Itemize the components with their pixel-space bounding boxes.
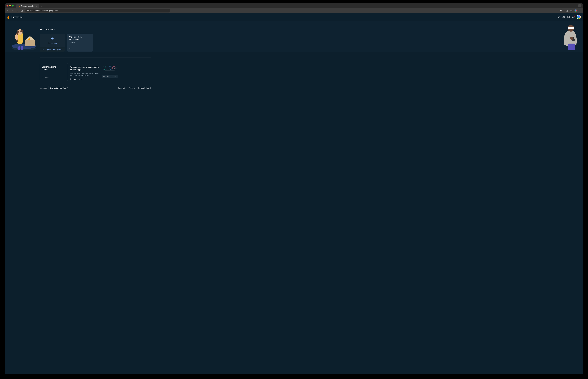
account-avatar[interactable] [577,15,581,19]
lightbulb-icon [70,79,71,80]
browser-tab-active[interactable]: Firebase console ✕ [16,4,39,8]
external-link-icon [81,79,82,80]
firebase-console-app: Firebase [5,13,583,374]
notifications-button[interactable] [571,15,576,19]
svg-point-8 [580,10,580,11]
fullscreen-window-button[interactable] [12,5,14,6]
hero-illustration-left [8,24,37,51]
support-link-label: Support [118,87,124,89]
settings-icon [107,75,109,78]
firebase-logo[interactable]: Firebase [7,15,23,19]
ios-ring-icon: iOS+ [108,66,111,70]
labs-button[interactable] [565,9,569,13]
address-bar[interactable]: https://console.firebase.google.com/ [25,9,170,13]
url-text: https://console.firebase.google.com/ [30,10,58,12]
svg-rect-32 [104,76,104,77]
recent-projects-title: Recent projects [40,28,151,31]
add-project-card: Add project Explore a demo project [40,34,65,51]
svg-point-0 [27,10,28,11]
explore-demo-platforms: iOS+ [42,77,63,79]
cloud-icon [114,75,116,78]
analytics-icon [103,75,105,78]
chevron-down-icon [72,87,74,89]
back-button[interactable] [6,9,10,13]
web-platform-icon [69,48,71,50]
learn-more-link[interactable]: Learn more [70,78,99,80]
external-link-icon [149,87,151,89]
svg-rect-18 [21,46,23,50]
new-tab-button[interactable]: + [40,5,44,8]
project-id: crx-push [69,41,91,43]
language-select[interactable]: English (United States) [48,86,75,90]
forward-button[interactable] [11,9,14,13]
side-panel-button[interactable] [570,9,573,13]
explore-demo-card-title: Explore a demo project [42,66,63,77]
svg-rect-30 [103,76,104,77]
explore-demo-label: Explore a demo project [46,48,62,50]
plus-icon [51,37,54,40]
add-project-button[interactable]: Add project [40,34,65,47]
svg-point-9 [580,11,580,11]
chrome-menu-button[interactable] [578,9,582,13]
explore-demo-card[interactable]: Explore a demo project iOS+ [40,63,65,81]
svg-point-35 [112,76,112,76]
home-button[interactable] [20,9,24,13]
explore-demo-link[interactable]: Explore a demo project [40,47,65,51]
android-ring-icon [104,66,107,70]
learn-more-label: Learn more [72,78,80,80]
privacy-link[interactable]: Privacy Policy [138,87,151,89]
android-icon [42,77,44,79]
app-header: Firebase [5,13,583,21]
project-name: Chrome Push notifications [69,35,91,41]
svg-rect-17 [18,46,20,50]
firebase-flame-icon [7,15,10,19]
main-content: Recent projects Add project [40,21,151,95]
tab-strip: Firebase console ✕ + [16,3,44,8]
terms-link[interactable]: Terms [129,87,135,89]
privacy-link-label: Privacy Policy [138,87,149,89]
profile-button[interactable] [574,9,578,13]
tab-close-button[interactable]: ✕ [36,5,37,7]
toolbar-separator [564,9,564,12]
footer-links: Support · Terms · Privacy Policy [118,87,151,89]
web-ring-icon [112,66,116,70]
ios-icon: iOS+ [45,77,48,78]
language-value: English (United States) [50,87,68,89]
containers-card-title: Firebase projects are containers for you… [70,66,99,71]
hero-section: Recent projects Add project [5,21,583,95]
platforms-pill: iOS+ [103,66,116,71]
support-link[interactable]: Support [118,87,125,89]
tab-overflow-button[interactable] [578,4,582,7]
svg-point-33 [108,76,108,77]
project-card[interactable]: Chrome Push notifications crx-push [67,34,93,51]
browser-window: Firebase console ✕ + https://console.fir [5,3,583,374]
close-window-button[interactable] [6,5,8,6]
docs-button[interactable] [566,15,571,19]
svg-point-34 [111,76,111,76]
compass-icon [43,48,44,50]
svg-rect-19 [568,44,575,50]
people-icon [110,75,113,78]
containers-info-card: Firebase projects are containers for you… [67,63,120,81]
minimize-window-button[interactable] [9,5,11,6]
external-link-icon [124,87,125,89]
theme-toggle-button[interactable] [556,15,561,19]
info-cards-row: Explore a demo project iOS+ Firebase pro… [40,63,151,81]
firebase-favicon-icon [18,5,20,7]
reload-button[interactable] [15,9,19,13]
containers-card-subtitle: Apps in a project share features like Re… [70,72,99,77]
extensions-button[interactable] [559,9,563,13]
tab-title: Firebase console [21,5,33,7]
svg-point-10 [558,17,559,18]
titlebar: Firebase console ✕ + [5,3,583,8]
features-pill [102,75,118,79]
site-info-icon[interactable] [27,10,29,12]
help-button[interactable] [561,15,566,19]
language-label: Language [40,87,47,89]
containers-diagram: iOS+ [102,66,118,79]
svg-rect-31 [104,76,104,77]
svg-rect-5 [571,10,572,11]
hero-illustration-right [561,23,580,50]
external-link-icon [134,87,135,89]
firebase-wordmark: Firebase [11,16,23,19]
